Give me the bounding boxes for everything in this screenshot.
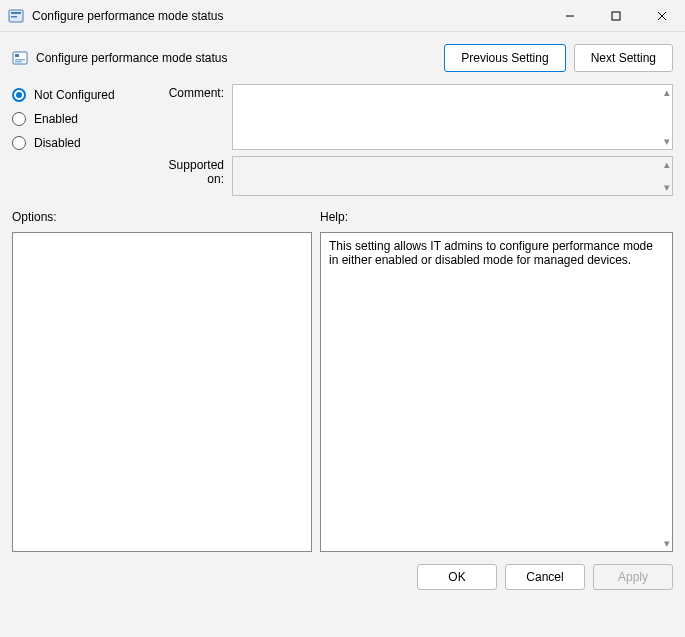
header-title: Configure performance mode status — [36, 51, 227, 65]
radio-not-configured[interactable]: Not Configured — [12, 88, 152, 102]
svg-rect-2 — [11, 16, 17, 18]
svg-rect-1 — [11, 12, 21, 14]
radio-disabled[interactable]: Disabled — [12, 136, 152, 150]
app-icon — [8, 8, 24, 24]
scroll-down-icon[interactable]: ▾ — [664, 136, 670, 147]
radio-label: Not Configured — [34, 88, 115, 102]
header-row: Configure performance mode status Previo… — [0, 32, 685, 80]
apply-button: Apply — [593, 564, 673, 590]
help-text: This setting allows IT admins to configu… — [329, 239, 653, 267]
radio-enabled[interactable]: Enabled — [12, 112, 152, 126]
previous-setting-button[interactable]: Previous Setting — [444, 44, 565, 72]
dialog-buttons: OK Cancel Apply — [0, 552, 685, 590]
svg-rect-9 — [15, 59, 25, 61]
maximize-button[interactable] — [593, 0, 639, 32]
radio-icon — [12, 112, 26, 126]
svg-rect-4 — [612, 12, 620, 20]
close-button[interactable] — [639, 0, 685, 32]
scroll-up-icon[interactable]: ▴ — [664, 87, 670, 98]
comment-field-container: ▴ ▾ — [232, 84, 673, 150]
options-panel — [12, 232, 312, 552]
policy-icon — [12, 50, 28, 66]
ok-button[interactable]: OK — [417, 564, 497, 590]
supported-field-container: ▴ ▾ — [232, 156, 673, 196]
supported-field — [233, 157, 654, 195]
comment-label: Comment: — [152, 84, 232, 150]
help-label: Help: — [320, 210, 673, 224]
comment-field[interactable] — [233, 85, 654, 149]
supported-label: Supported on: — [152, 150, 232, 196]
radio-label: Enabled — [34, 112, 78, 126]
svg-rect-10 — [15, 61, 22, 63]
scroll-up-icon[interactable]: ▴ — [664, 159, 670, 170]
radio-label: Disabled — [34, 136, 81, 150]
options-label: Options: — [12, 210, 312, 224]
cancel-button[interactable]: Cancel — [505, 564, 585, 590]
window-controls — [547, 0, 685, 31]
svg-rect-8 — [15, 54, 19, 57]
scroll-down-icon[interactable]: ▾ — [664, 538, 670, 549]
radio-icon — [12, 136, 26, 150]
next-setting-button[interactable]: Next Setting — [574, 44, 673, 72]
scroll-down-icon[interactable]: ▾ — [664, 182, 670, 193]
help-panel: This setting allows IT admins to configu… — [320, 232, 673, 552]
minimize-button[interactable] — [547, 0, 593, 32]
window-title: Configure performance mode status — [32, 9, 547, 23]
titlebar: Configure performance mode status — [0, 0, 685, 32]
radio-icon — [12, 88, 26, 102]
